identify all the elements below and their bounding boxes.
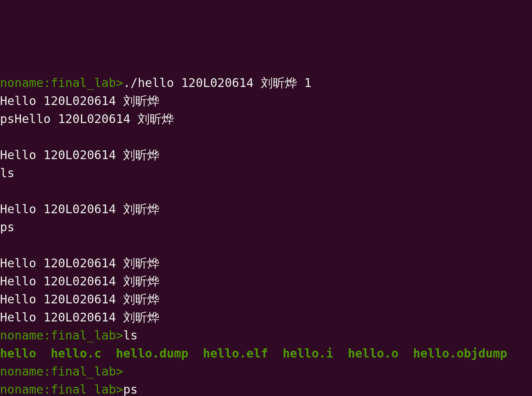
prompt-end: > — [116, 328, 123, 342]
output-line-blank — [0, 128, 532, 146]
ls-item-hello-elf: hello.elf — [203, 346, 268, 360]
output-line: ps — [0, 218, 532, 236]
prompt-dir: final_lab — [51, 76, 116, 90]
ls-item-hello: hello — [0, 346, 36, 360]
output-line: ls — [0, 164, 532, 182]
output-line: Hello 120L020614 刘昕烨 — [0, 92, 532, 110]
ls-item-hello-i: hello.i — [282, 346, 333, 360]
output-line-blank — [0, 236, 532, 254]
prompt-end: > — [116, 364, 123, 378]
output-line: psHello 120L020614 刘昕烨 — [0, 110, 532, 128]
command-hello: ./hello 120L020614 刘昕烨 1 — [123, 76, 311, 90]
prompt-user: noname — [0, 382, 43, 396]
prompt-sep: : — [43, 76, 51, 90]
output-line: Hello 120L020614 刘昕烨 — [0, 254, 532, 272]
prompt-end: > — [116, 76, 123, 90]
output-line: Hello 120L020614 刘昕烨 — [0, 200, 532, 218]
output-line-blank — [0, 182, 532, 200]
ls-item-hello-objdump: hello.objdump — [413, 346, 508, 360]
output-line: Hello 120L020614 刘昕烨 — [0, 308, 532, 326]
prompt-user: noname — [0, 364, 43, 378]
prompt-dir: final_lab — [51, 382, 116, 396]
output-line: Hello 120L020614 刘昕烨 — [0, 272, 532, 290]
prompt-line-1[interactable]: noname:final_lab>./hello 120L020614 刘昕烨 … — [0, 74, 532, 92]
prompt-end: > — [116, 382, 123, 396]
prompt-line-3[interactable]: noname:final_lab> — [0, 362, 532, 380]
output-line: Hello 120L020614 刘昕烨 — [0, 290, 532, 308]
output-line: Hello 120L020614 刘昕烨 — [0, 146, 532, 164]
ls-item-hello-o: hello.o — [348, 346, 398, 360]
ls-item-hello-dump: hello.dump — [116, 346, 189, 360]
command-ps: ps — [123, 382, 138, 396]
prompt-dir: final_lab — [51, 364, 116, 378]
prompt-dir: final_lab — [51, 328, 116, 342]
ls-item-hello-c: hello.c — [51, 346, 101, 360]
prompt-user: noname — [0, 328, 43, 342]
prompt-sep: : — [43, 364, 51, 378]
prompt-sep: : — [43, 328, 51, 342]
ls-output: hello hello.c hello.dump hello.elf hello… — [0, 344, 532, 362]
prompt-line-2[interactable]: noname:final_lab>ls — [0, 326, 532, 344]
command-ls: ls — [123, 328, 138, 342]
terminal-window[interactable]: noname:final_lab>./hello 120L020614 刘昕烨 … — [0, 72, 532, 396]
prompt-user: noname — [0, 76, 43, 90]
prompt-sep: : — [43, 382, 51, 396]
prompt-line-4[interactable]: noname:final_lab>ps — [0, 380, 532, 396]
